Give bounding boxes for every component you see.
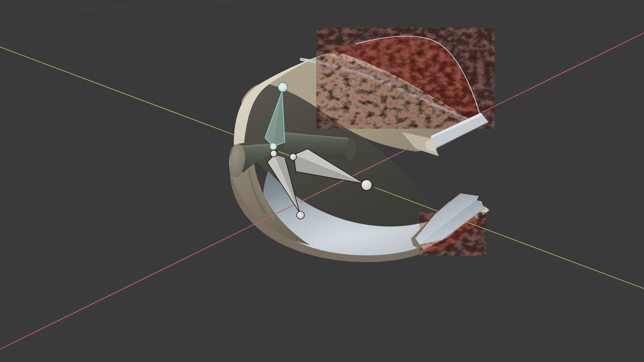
bone-up-tail-sphere[interactable] [270,143,276,149]
3d-viewport[interactable] [0,0,644,362]
viewport-stage[interactable] [0,0,644,362]
bone-up-head-sphere[interactable] [278,83,287,92]
bone-right-tail-sphere[interactable] [361,180,372,190]
bone-down-head-sphere[interactable] [270,150,277,157]
bone-down-tail-sphere[interactable] [297,212,305,219]
bone-right-head-sphere[interactable] [290,154,297,160]
